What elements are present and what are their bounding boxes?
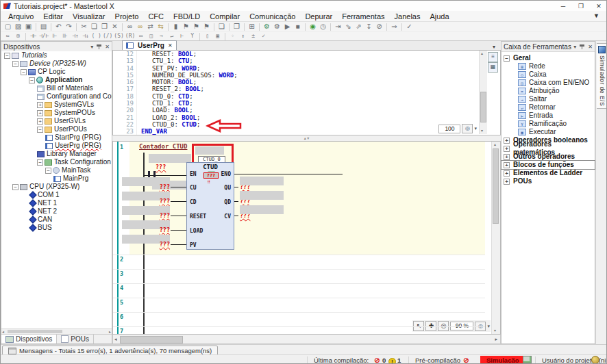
simulation-clock-button[interactable]: ◷ <box>318 23 328 31</box>
menu-ajuda[interactable]: Ajuda <box>425 12 454 21</box>
declaration-editor[interactable]: 12RESET: BOOL;13CTU_1: CTU;14SET_PV: WOR… <box>112 51 501 135</box>
close-icon[interactable]: ✕ <box>105 44 110 50</box>
ld-box-button[interactable]: ▭ <box>136 32 146 40</box>
rung-number-1[interactable]: 1 <box>120 144 129 151</box>
ld-update-button[interactable]: ✓ <box>258 32 269 40</box>
tree-item-tutoriais[interactable]: −Tutoriais <box>1 51 112 60</box>
tree-item-maintask[interactable]: −MainTask <box>1 166 112 174</box>
bookmark-next-button[interactable]: ⚑ <box>191 23 201 31</box>
ld-edge-button[interactable]: ↕ <box>238 32 248 40</box>
menu-fbd-ld[interactable]: FBD/LD <box>169 12 205 21</box>
tab-userprg[interactable]: UserPrg ✕ <box>122 40 177 50</box>
toolbox-item-entrada[interactable]: ⊢Entrada <box>501 112 595 120</box>
toolbox-item-rede[interactable]: ⊞Rede <box>501 62 595 70</box>
tree-item-systempous[interactable]: +SystemPOUs <box>1 109 112 117</box>
pin-cv[interactable]: CV <box>224 213 231 220</box>
toolbox-group-elementos-de-ladder[interactable]: +Elementos de Ladder <box>501 169 595 177</box>
collapse-icon[interactable]: − <box>12 184 18 190</box>
ld-contact-negated-button[interactable]: ⊣/⊢ <box>38 32 49 40</box>
ld-coil-negated-button[interactable]: (/) <box>102 32 113 40</box>
restore-button[interactable]: ❐ <box>572 3 590 10</box>
tree-item-net-1[interactable]: NET 1 <box>1 199 112 207</box>
replace-next-button[interactable]: ⇆ <box>156 23 166 31</box>
toolbox-item-retornar[interactable]: ↵Retornar <box>501 103 595 112</box>
paste-object-button[interactable]: ❐ <box>232 23 242 31</box>
tab-pous[interactable]: POUs <box>57 335 94 343</box>
ctud-function-block[interactable]: CTUD ~~~~~ ??? ‼ ENCUCDRESETLOADPVENOQUQ… <box>186 162 234 250</box>
pin-icon[interactable] <box>97 44 101 49</box>
ld-assign-button[interactable]: ≔ <box>3 32 13 40</box>
toolbox-group-blocos-de-funcoes[interactable]: +Blocos de funções <box>501 161 595 169</box>
ld-setreset-button[interactable]: ± <box>248 32 258 40</box>
pin-pv[interactable]: PV <box>190 242 197 248</box>
pin-cd[interactable]: CD <box>190 199 197 205</box>
expand-icon[interactable]: + <box>504 138 510 144</box>
menu-depurar[interactable]: Depurar <box>300 12 337 21</box>
scroll-up-icon[interactable]: ▴ <box>494 142 496 147</box>
menu-projeto[interactable]: Projeto <box>110 12 144 21</box>
pin-en[interactable]: EN <box>190 171 197 177</box>
close-icon[interactable]: ✕ <box>588 44 593 50</box>
tab-dispositivos[interactable]: Dispositivos <box>1 335 57 343</box>
toolbar-options-icon[interactable]: ▼ <box>593 12 599 19</box>
undo-button[interactable]: ↶ <box>53 23 64 31</box>
toolbox-item-executar[interactable]: ▣Executar <box>501 128 595 136</box>
magnifier-icon[interactable]: ◎ <box>462 124 473 133</box>
code-line-14[interactable]: 14SET_PV: WORD; <box>113 65 500 72</box>
menu-compilar[interactable]: Compilar <box>205 12 245 21</box>
menu-arquivo[interactable]: Arquivo <box>3 12 38 21</box>
login-button[interactable]: ◉ <box>308 23 318 31</box>
copy-object-button[interactable]: ❏ <box>216 23 227 31</box>
code-vscrollbar[interactable]: ▴ ▾ <box>479 51 487 134</box>
bookmark-toggle-button[interactable]: ▮ <box>171 23 181 31</box>
pin-load[interactable]: LOAD <box>190 228 203 234</box>
find-next-button[interactable]: ∞ <box>135 23 145 31</box>
collapse-icon[interactable]: − <box>29 77 35 83</box>
scroll-left-icon[interactable]: ◂ <box>114 336 117 343</box>
operand-comment-box[interactable] <box>149 154 191 163</box>
paste-button[interactable]: ❐ <box>99 23 110 31</box>
expand-icon[interactable]: + <box>504 170 510 177</box>
input-operand-reset[interactable]: ??? <box>140 212 170 219</box>
scroll-right-icon[interactable]: ▸ <box>495 336 497 343</box>
tree-item-startprg-prg[interactable]: StartPrg (PRG) <box>1 133 112 142</box>
toolbox-item-caixa-com-en-eno[interactable]: ◫Caixa com EN/ENO <box>501 79 595 87</box>
expand-icon[interactable]: + <box>37 110 43 116</box>
expand-icon[interactable]: + <box>37 102 43 108</box>
code-line-12[interactable]: 12RESET: BOOL; <box>113 51 500 57</box>
ladder-vscrollbar[interactable]: ▴ ▾ <box>491 142 500 334</box>
cut-button[interactable]: ✂ <box>79 23 89 31</box>
code-line-13[interactable]: 13CTU_1: CTU; <box>113 57 500 64</box>
collapse-icon[interactable]: − <box>37 127 43 133</box>
toolbox-group-operadores-matematicos[interactable]: +Operadores matemáticos <box>501 144 595 153</box>
bookmark-prev-button[interactable]: ⚑ <box>181 23 191 31</box>
pin-qu[interactable]: QU <box>224 185 231 191</box>
input-operand-cu[interactable]: ??? <box>140 183 170 190</box>
open-file-button[interactable]: ▨ <box>13 23 23 31</box>
ld-jump-button[interactable]: → <box>156 32 166 40</box>
devices-hscrollbar[interactable]: ◂ ▸ <box>1 328 112 334</box>
toolbox-group-geral[interactable]: −Geral <box>501 54 595 62</box>
toolbox-item-atribuicao[interactable]: ≔Atribuição <box>501 87 595 95</box>
stop-button[interactable]: ■ <box>293 23 303 31</box>
menu-editar[interactable]: Editar <box>38 12 68 21</box>
toolbox-item-ramificacao[interactable]: YRamificação <box>501 120 595 128</box>
toolbox-item-saltar[interactable]: →Saltar <box>501 95 595 103</box>
ld-box-eneno-button[interactable]: ◫ <box>146 32 156 40</box>
ld-branch-button[interactable]: Y <box>187 32 197 40</box>
expand-icon[interactable]: + <box>504 154 510 160</box>
expand-icon[interactable]: + <box>37 118 43 125</box>
delete-button[interactable]: ✕ <box>110 23 120 31</box>
ld-coil-button[interactable]: ( ) <box>90 32 101 40</box>
pin-qd[interactable]: QD <box>224 199 231 205</box>
run-to-cursor-button[interactable]: ↧ <box>364 23 374 31</box>
pin-icon[interactable] <box>580 44 584 49</box>
tree-item-com-1[interactable]: COM 1 <box>1 191 112 199</box>
menu-ferramentas[interactable]: Ferramentas <box>337 12 389 21</box>
bookmark-clear-button[interactable]: ⚑ <box>201 23 212 31</box>
collapse-icon[interactable]: − <box>21 69 27 75</box>
tab-list-icon[interactable]: ▾ <box>493 44 495 50</box>
panel-menu-icon[interactable]: ▾ <box>90 44 93 50</box>
collapse-icon[interactable]: − <box>504 55 510 62</box>
step-out-button[interactable]: ⇗ <box>354 23 364 31</box>
